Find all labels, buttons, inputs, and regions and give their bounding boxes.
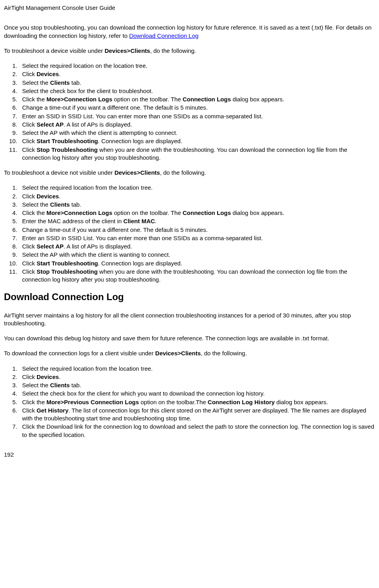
text: Click <box>22 193 37 200</box>
paragraph: You can download this debug log history … <box>4 334 375 342</box>
text: . <box>59 71 60 77</box>
page-number: 192 <box>4 451 14 458</box>
text: Click the Download link for the connecti… <box>22 423 374 438</box>
text: Click the <box>22 209 47 216</box>
list-item: Click Select AP. A list of APs is displa… <box>19 243 375 250</box>
text: Click <box>22 146 37 153</box>
text-bold: Select AP <box>37 243 64 250</box>
paragraph: To download the connection logs for a cl… <box>4 349 375 357</box>
list-item: Select the Clients tab. <box>19 201 375 209</box>
list-item: Enter the MAC address of the client in C… <box>19 217 375 225</box>
list-item: Select the AP with which the client is a… <box>19 129 375 137</box>
list-item: Click Start Troubleshooting. Connection … <box>19 137 375 145</box>
text: Select the <box>22 201 50 208</box>
text: To troubleshoot a device not visible und… <box>4 169 114 176</box>
text: Enter an SSID in SSID List. You can ente… <box>22 113 263 119</box>
text: , do the following. <box>160 169 206 176</box>
text-bold: Devices <box>37 71 59 77</box>
text: Change a time-out if you want a differen… <box>22 104 208 111</box>
text: . Connection logs are displayed. <box>98 138 182 144</box>
text-bold: Connection Logs <box>183 96 231 103</box>
text-bold: Clients <box>50 382 70 388</box>
text: dialog box appears. <box>231 209 284 216</box>
text: Click <box>22 373 37 380</box>
text: Change a time-out if you want a differen… <box>22 226 208 233</box>
list-item: Click Devices. <box>19 192 375 200</box>
text: . <box>59 373 60 380</box>
text: Select the AP with which the client is w… <box>22 251 170 258</box>
list-item: Click Stop Troubleshooting when you are … <box>19 146 375 162</box>
text-bold: More>Connection Logs <box>47 96 112 103</box>
text: option on the toolbar. The <box>112 209 183 216</box>
ordered-list: Select the required location from the lo… <box>4 184 375 284</box>
text-bold: Devices>Clients <box>105 47 150 54</box>
text: tab. <box>70 382 81 388</box>
list-item: Click Devices. <box>19 70 375 78</box>
list-item: Click the More>Connection Logs option on… <box>19 209 375 217</box>
text: , do the following. <box>201 350 247 357</box>
text-bold: Devices <box>37 373 59 380</box>
list-item: Enter an SSID in SSID List. You can ente… <box>19 234 375 242</box>
text-bold: Devices>Clients <box>114 169 160 176</box>
section-heading: Download Connection Log <box>4 291 375 303</box>
page-header: AirTight Management Console User Guide <box>4 4 375 12</box>
text: . A list of APs is displayed. <box>63 121 132 128</box>
text: tab. <box>70 201 81 208</box>
list-item: Click the Download link for the connecti… <box>19 423 375 439</box>
text-bold: Stop Troubleshooting <box>37 146 98 153</box>
list-item: Select the Clients tab. <box>19 79 375 87</box>
text: Select the AP with which the client is a… <box>22 129 177 136</box>
text: Click <box>22 138 37 144</box>
text-bold: Start Troubleshooting <box>37 138 98 144</box>
list-item: Select the required location from the lo… <box>19 365 375 373</box>
text: Select the <box>22 79 50 86</box>
list-item: Click the More>Previous Connection Logs … <box>19 398 375 406</box>
list-item: Click the More>Connection Logs option on… <box>19 95 375 103</box>
text-bold: More>Previous Connection Logs <box>47 399 139 405</box>
paragraph: To troubleshoot a device visible under D… <box>4 47 375 55</box>
download-connection-log-link[interactable]: Download Connection Log <box>129 32 198 39</box>
list-item: Select the check box for the client to t… <box>19 87 375 95</box>
text: Click <box>22 268 37 275</box>
text: To troubleshoot a device visible under <box>4 47 105 54</box>
text-bold: Clients <box>50 201 70 208</box>
paragraph: Once you stop troubleshooting, you can d… <box>4 24 375 40</box>
text: , do the following. <box>150 47 196 54</box>
list-item: Change a time-out if you want a differen… <box>19 226 375 234</box>
text: option on the toolbar.The <box>139 399 207 405</box>
text: Click the <box>22 96 47 103</box>
text-bold: Devices <box>37 193 59 200</box>
text-bold: Connection Logs <box>183 209 231 216</box>
text: . The list of connection logs for this c… <box>22 407 366 422</box>
text-bold: More>Connection Logs <box>47 209 112 216</box>
text: Click the <box>22 399 47 405</box>
paragraph: To troubleshoot a device not visible und… <box>4 169 375 177</box>
text: Select the required location on the loca… <box>22 62 147 69</box>
list-item: Click Start Troubleshooting. Connection … <box>19 259 375 267</box>
ordered-list: Select the required location on the loca… <box>4 62 375 162</box>
list-item: Enter an SSID in SSID List. You can ente… <box>19 112 375 120</box>
text: Enter an SSID in SSID List. You can ente… <box>22 235 263 241</box>
text: Select the check box for the client to t… <box>22 88 153 94</box>
text: Select the required location from the lo… <box>22 184 153 191</box>
text: tab. <box>70 79 81 86</box>
text-bold: Stop Troubleshooting <box>37 268 98 275</box>
text-bold: Get History <box>37 407 69 414</box>
text: . <box>155 218 157 224</box>
text: Select the <box>22 382 50 388</box>
text: . A list of APs is displayed. <box>63 243 132 250</box>
list-item: Click Get History. The list of connectio… <box>19 407 375 423</box>
text-bold: Devices>Clients <box>155 350 201 357</box>
text: Click <box>22 121 37 128</box>
text: To download the connection logs for a cl… <box>4 350 155 357</box>
text: Select the check box for the client for … <box>22 390 265 397</box>
text-bold: Select AP <box>37 121 64 128</box>
text: Enter the MAC address of the client in <box>22 218 123 224</box>
text: . <box>59 193 60 200</box>
text: dialog box appears. <box>275 399 328 405</box>
paragraph: AirTight server maintains a log history … <box>4 312 375 328</box>
text-bold: Client MAC <box>123 218 155 224</box>
text: Click <box>22 243 37 250</box>
text: . Connection logs are displayed. <box>98 260 182 267</box>
list-item: Select the Clients tab. <box>19 381 375 389</box>
